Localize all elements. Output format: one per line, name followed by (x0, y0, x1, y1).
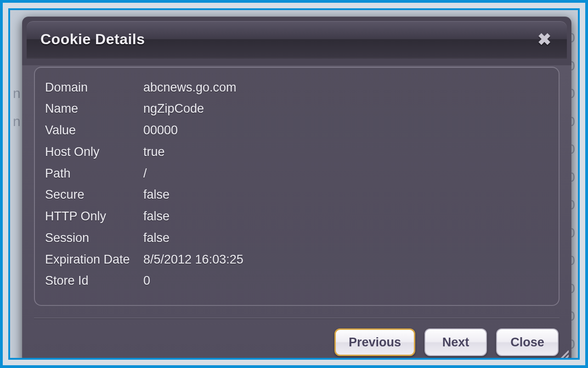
label-value: Value (45, 123, 143, 138)
row-expiration-date: Expiration Date 8/5/2012 16:03:25 (45, 252, 548, 268)
row-host-only: Host Only true (45, 144, 548, 160)
next-button[interactable]: Next (424, 328, 487, 356)
details-panel: Domain abcnews.go.com Name ngZipCode Val… (34, 67, 560, 306)
row-http-only: HTTP Only false (45, 209, 548, 224)
label-path: Path (45, 166, 143, 182)
close-icon[interactable]: ✖ (534, 29, 555, 50)
value-secure: false (143, 187, 548, 203)
cookie-details-dialog: Cookie Details ✖ Domain abcnews.go.com N… (22, 17, 571, 360)
resize-grip-icon[interactable] (551, 346, 569, 360)
row-domain: Domain abcnews.go.com (45, 80, 548, 96)
row-store-id: Store Id 0 (45, 273, 548, 289)
label-domain: Domain (45, 80, 143, 96)
close-button[interactable]: Close (496, 328, 559, 356)
label-store-id: Store Id (45, 273, 143, 289)
label-session: Session (45, 230, 143, 246)
value-session: false (143, 230, 548, 246)
value-domain: abcnews.go.com (143, 80, 548, 96)
row-name: Name ngZipCode (45, 101, 548, 117)
value-host-only: true (143, 144, 548, 160)
dialog-title: Cookie Details (40, 31, 145, 48)
label-secure: Secure (45, 187, 143, 203)
previous-button[interactable]: Previous (334, 328, 415, 356)
row-session: Session false (45, 230, 548, 246)
dialog-footer: Previous Next Close (22, 318, 571, 360)
dialog-titlebar: Cookie Details ✖ (27, 21, 567, 58)
value-expiration-date: 8/5/2012 16:03:25 (143, 252, 548, 268)
row-secure: Secure false (45, 187, 548, 203)
value-store-id: 0 (143, 273, 548, 289)
label-expiration-date: Expiration Date (45, 252, 143, 268)
label-host-only: Host Only (45, 144, 143, 160)
dialog-content: Domain abcnews.go.com Name ngZipCode Val… (34, 67, 560, 306)
value-http-only: false (143, 209, 548, 224)
row-path: Path / (45, 166, 548, 182)
label-http-only: HTTP Only (45, 209, 143, 224)
value-name: ngZipCode (143, 101, 548, 117)
svg-line-0 (556, 351, 569, 360)
inner-frame: 20 20 n20 n20 20 20 20 20 20 20 20 20 Co… (8, 8, 580, 360)
row-value: Value 00000 (45, 123, 548, 138)
label-name: Name (45, 101, 143, 117)
value-value: 00000 (143, 123, 548, 138)
value-path: / (143, 166, 548, 182)
outer-frame: 20 20 n20 n20 20 20 20 20 20 20 20 20 Co… (0, 0, 588, 368)
